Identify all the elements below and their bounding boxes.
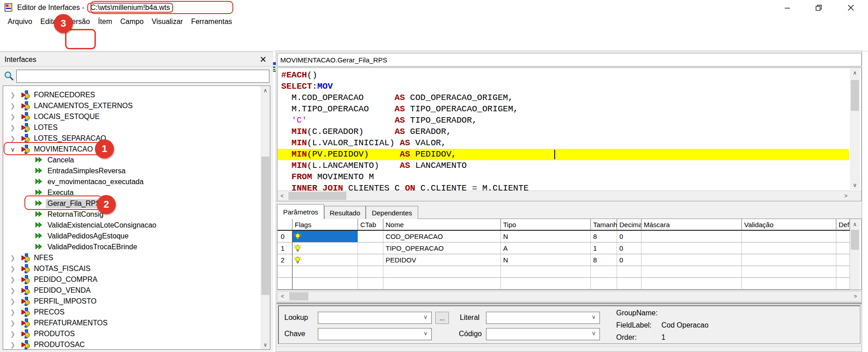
- scroll-up-icon[interactable]: ∧: [260, 87, 270, 94]
- column-header-rownum[interactable]: [278, 219, 292, 231]
- cell-idx[interactable]: 2: [278, 254, 292, 266]
- menu-editar[interactable]: Editar: [36, 16, 63, 27]
- close-icon[interactable]: [840, 0, 861, 15]
- tree-scrollbar[interactable]: ∧ ∨: [260, 86, 270, 349]
- cell-decimais[interactable]: [617, 278, 642, 290]
- cell-validacao[interactable]: [742, 266, 836, 278]
- cell-def[interactable]: [836, 231, 850, 243]
- tree-item-perfil_imposto[interactable]: ❯PERFIL_IMPOSTO: [3, 296, 259, 307]
- code-line[interactable]: SELECT:MOV: [278, 81, 849, 92]
- chave-combobox[interactable]: ∨: [318, 328, 432, 340]
- code-hscrollbar[interactable]: < >: [278, 190, 861, 201]
- cell-flags[interactable]: [292, 243, 358, 254]
- chevron-collapsed-icon[interactable]: ❯: [9, 113, 17, 120]
- code-vscrollbar[interactable]: ∧ ∨: [850, 68, 860, 190]
- chevron-collapsed-icon[interactable]: ❯: [9, 124, 17, 131]
- tree-item-locais_estoque[interactable]: ❯LOCAIS_ESTOQUE: [3, 111, 259, 122]
- cell-tipo[interactable]: [501, 266, 591, 278]
- chevron-collapsed-icon[interactable]: ❯: [9, 254, 17, 262]
- code-line[interactable]: MIN(L.LANCAMENTO) AS LANCAMENTO: [278, 160, 849, 171]
- cell-ctab[interactable]: [358, 243, 383, 254]
- code-line[interactable]: M.TIPO_OPERACAO AS TIPO_OPERACAO_ORIGEM,: [278, 104, 849, 115]
- tree-item-validaexistencialoteconsignacao[interactable]: ValidaExistenciaLoteConsignacao: [3, 220, 259, 231]
- cell-ctab[interactable]: [358, 266, 383, 278]
- scroll-down-icon[interactable]: ∨: [260, 341, 270, 348]
- tree-scrollbar-thumb[interactable]: [261, 157, 269, 295]
- column-header-Tipo[interactable]: Tipo: [501, 219, 591, 231]
- column-header-Nome[interactable]: Nome: [383, 219, 501, 231]
- cell-tipo[interactable]: N: [501, 254, 591, 266]
- chevron-collapsed-icon[interactable]: ❯: [9, 341, 17, 348]
- cell-decimais[interactable]: 0: [617, 231, 642, 243]
- chevron-collapsed-icon[interactable]: ❯: [9, 276, 17, 283]
- code-hscrollbar-thumb[interactable]: [288, 192, 346, 200]
- cell-idx[interactable]: 1: [278, 243, 292, 254]
- chevron-collapsed-icon[interactable]: ❯: [9, 298, 17, 305]
- cell-flags[interactable]: [292, 231, 358, 243]
- scroll-up-icon[interactable]: ∧: [850, 69, 860, 76]
- column-header-Def[interactable]: Def: [836, 219, 850, 231]
- cell-ctab[interactable]: [358, 278, 383, 290]
- code-line[interactable]: FROM MOVIMENTO M: [278, 171, 849, 183]
- column-header-Decima[interactable]: Decima: [617, 219, 642, 231]
- scroll-left-icon[interactable]: <: [279, 293, 286, 300]
- grid-vscrollbar-thumb[interactable]: [851, 230, 859, 250]
- grid-hscrollbar[interactable]: < >: [277, 291, 862, 302]
- cell-ctab[interactable]: [358, 254, 383, 266]
- cell-tamanho[interactable]: 8: [591, 254, 617, 266]
- tree-item-validapedidostrocaebrinde[interactable]: ValidaPedidosTrocaEBrinde: [3, 242, 259, 252]
- tab-parametros[interactable]: Parâmetros: [277, 204, 324, 219]
- cell-tipo[interactable]: [501, 278, 591, 290]
- code-line[interactable]: M.COD_OPERACAO AS COD_OPERACAO_ORIGEM,: [278, 92, 849, 104]
- cell-validacao[interactable]: [742, 278, 836, 290]
- code-line[interactable]: 'C' AS TIPO_GERADOR,: [278, 115, 849, 126]
- cell-idx[interactable]: 0: [278, 231, 292, 243]
- chevron-collapsed-icon[interactable]: ❯: [9, 319, 17, 327]
- cell-flags[interactable]: [292, 278, 358, 290]
- cell-nome[interactable]: [383, 266, 501, 278]
- tree-item-prefaturamentos[interactable]: ❯PREFATURAMENTOS: [3, 318, 259, 328]
- tree-item-produtos[interactable]: ❯PRODUTOS: [3, 328, 259, 339]
- chevron-collapsed-icon[interactable]: ❯: [9, 287, 17, 294]
- tree-item-nfes[interactable]: ❯NFES: [3, 252, 259, 263]
- tree-item-ev_movimentacao_executada[interactable]: ev_movimentacao_executada: [3, 176, 259, 187]
- scroll-up-icon[interactable]: ∧: [850, 221, 860, 228]
- cell-validacao[interactable]: [742, 254, 836, 266]
- cell-nome[interactable]: COD_OPERACAO: [383, 231, 501, 243]
- tab-resultado[interactable]: Resultado: [324, 206, 366, 219]
- cell-decimais[interactable]: 0: [617, 254, 642, 266]
- tree-item-fornecedores[interactable]: ❯FORNECEDORES: [3, 90, 259, 100]
- cell-validacao[interactable]: [742, 243, 836, 254]
- cell-tamanho[interactable]: 1: [591, 243, 617, 254]
- scroll-left-icon[interactable]: <: [278, 192, 286, 200]
- tree-item-entradasimplesreversa[interactable]: EntradaSimplesReversa: [3, 166, 259, 176]
- menu-ferramentas[interactable]: Ferramentas: [187, 16, 236, 27]
- tab-dependentes[interactable]: Dependentes: [366, 206, 418, 219]
- cell-mascara[interactable]: [642, 231, 742, 243]
- tree-item-produtosac[interactable]: ❯PRODUTOSAC: [3, 339, 259, 350]
- menu-arquivo[interactable]: Arquivo: [4, 16, 36, 27]
- cell-idx[interactable]: [278, 278, 292, 290]
- cell-mascara[interactable]: [642, 266, 742, 278]
- cell-flags[interactable]: [292, 266, 358, 278]
- cell-idx[interactable]: [278, 266, 292, 278]
- cell-mascara[interactable]: [642, 243, 742, 254]
- cell-mascara[interactable]: [642, 254, 742, 266]
- column-header-Máscara[interactable]: Máscara: [642, 219, 742, 231]
- tree-item-validapedidosagestoque[interactable]: ValidaPedidosAgEstoque: [3, 231, 259, 242]
- cell-tipo[interactable]: N: [501, 231, 591, 243]
- chevron-collapsed-icon[interactable]: ❯: [9, 135, 17, 142]
- chevron-expanded-icon[interactable]: ∨: [9, 146, 17, 153]
- code-line[interactable]: #EACH(): [278, 70, 849, 81]
- tree-item-movimentacao[interactable]: ∨MOVIMENTACAO: [3, 144, 259, 155]
- literal-combobox[interactable]: ∨: [486, 312, 600, 324]
- cell-tipo[interactable]: A: [501, 243, 591, 254]
- cell-ctab[interactable]: [358, 231, 383, 243]
- cell-validacao[interactable]: [742, 231, 836, 243]
- minimize-button[interactable]: [777, 0, 797, 15]
- tree-item-executa[interactable]: Executa: [3, 187, 259, 198]
- scroll-right-icon[interactable]: >: [852, 293, 859, 300]
- search-input[interactable]: [16, 70, 269, 83]
- column-header-Flags[interactable]: Flags: [292, 219, 358, 231]
- lookup-browse-button[interactable]: ...: [435, 312, 449, 324]
